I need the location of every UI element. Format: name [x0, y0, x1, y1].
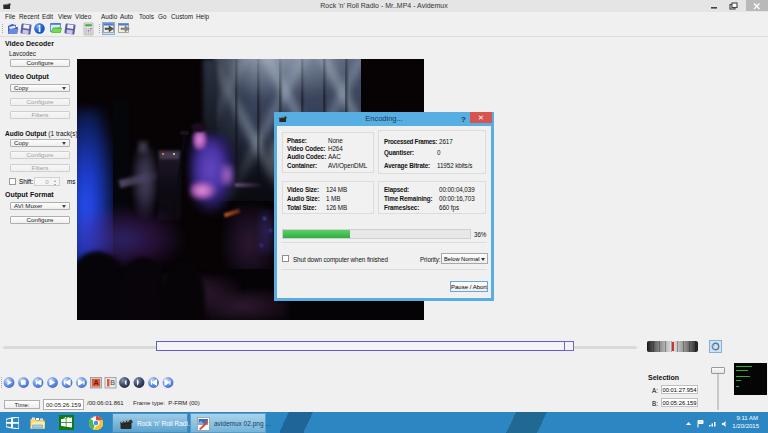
svg-text:B: B [110, 379, 115, 386]
svg-text:A: A [93, 379, 98, 386]
